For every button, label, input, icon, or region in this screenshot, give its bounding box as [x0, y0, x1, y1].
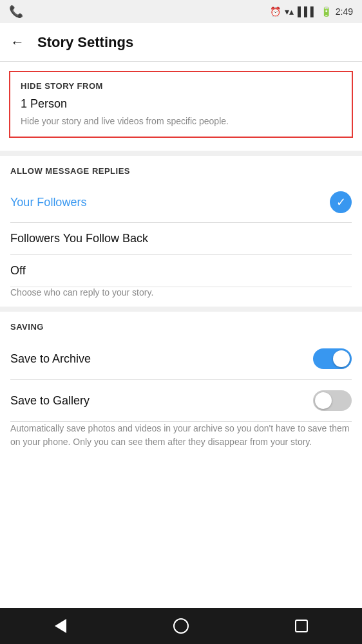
save-to-archive-text: Save to Archive — [10, 352, 91, 366]
nav-square-icon — [295, 620, 308, 632]
nav-home-button[interactable] — [168, 613, 194, 639]
reply-option-off[interactable]: Off — [10, 255, 352, 287]
off-text: Off — [10, 264, 26, 278]
nav-recents-button[interactable] — [289, 613, 314, 639]
time-display: 2:49 — [336, 6, 353, 17]
status-bar: 📞 ⏰ ▾▴ ▌▌▌ 🔋 2:49 — [0, 0, 362, 23]
nav-back-button[interactable] — [48, 613, 73, 639]
saving-description: Automatically save photos and videos in … — [10, 422, 352, 458]
back-button[interactable]: ← — [10, 35, 24, 50]
signal-icon: ▌▌▌ — [298, 6, 317, 17]
hide-story-count: 1 Person — [21, 97, 341, 111]
status-bar-left: 📞 — [9, 5, 23, 19]
your-followers-check: ✓ — [330, 191, 352, 213]
hide-story-label: HIDE STORY FROM — [21, 81, 341, 91]
saving-section: SAVING Save to Archive Save to Gallery A… — [0, 312, 362, 458]
allow-replies-label: ALLOW MESSAGE REPLIES — [10, 166, 352, 176]
toggle-knob-gallery — [315, 392, 332, 409]
nav-bar — [0, 608, 362, 644]
reply-option-followers-follow-back[interactable]: Followers You Follow Back — [10, 223, 352, 254]
header: ← Story Settings — [0, 23, 362, 62]
nav-back-icon — [55, 619, 66, 633]
save-to-archive-toggle[interactable] — [313, 348, 352, 369]
followers-follow-back-text: Followers You Follow Back — [10, 232, 148, 245]
reply-description: Choose who can reply to your story. — [10, 287, 352, 307]
allow-replies-section: ALLOW MESSAGE REPLIES Your Followers ✓ F… — [0, 156, 362, 307]
save-to-gallery-toggle[interactable] — [313, 390, 352, 411]
wifi-icon: ▾▴ — [285, 6, 294, 17]
reply-option-your-followers[interactable]: Your Followers ✓ — [10, 182, 352, 222]
section-divider — [0, 151, 362, 156]
phone-icon: 📞 — [9, 5, 23, 18]
hide-story-description: Hide your story and live videos from spe… — [21, 116, 341, 126]
toggle-knob-archive — [333, 350, 350, 367]
section-divider-2 — [0, 307, 362, 312]
status-bar-right: ⏰ ▾▴ ▌▌▌ 🔋 2:49 — [270, 6, 353, 17]
nav-home-icon — [173, 618, 189, 634]
save-to-archive-row: Save to Archive — [10, 338, 352, 379]
saving-label: SAVING — [10, 322, 352, 332]
save-to-gallery-row: Save to Gallery — [10, 380, 352, 421]
alarm-icon: ⏰ — [270, 6, 281, 17]
check-icon: ✓ — [336, 195, 346, 209]
battery-icon: 🔋 — [321, 6, 332, 17]
your-followers-text: Your Followers — [10, 196, 86, 209]
save-to-gallery-text: Save to Gallery — [10, 394, 90, 408]
content-area: HIDE STORY FROM 1 Person Hide your story… — [0, 62, 362, 608]
page-title: Story Settings — [37, 34, 133, 51]
hide-story-section[interactable]: HIDE STORY FROM 1 Person Hide your story… — [9, 71, 353, 138]
